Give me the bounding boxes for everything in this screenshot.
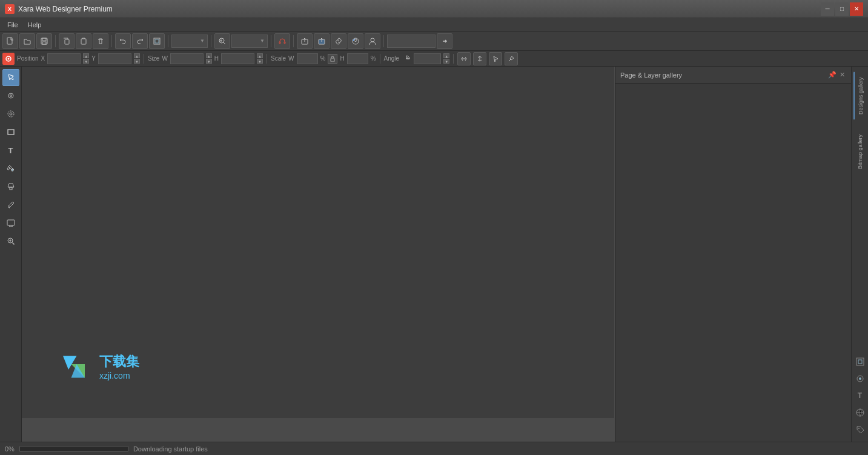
zoom-dropdown[interactable]: ▼	[231, 35, 268, 48]
gallery-pin-btn[interactable]: 📌	[828, 71, 837, 79]
svg-point-14	[371, 38, 374, 42]
close-button[interactable]: ✕	[850, 2, 863, 16]
publish1-btn[interactable]	[297, 33, 313, 49]
x-stepper[interactable]: ▲ ▼	[83, 53, 89, 64]
pin-btn[interactable]	[505, 52, 518, 65]
new-btn[interactable]	[2, 33, 18, 49]
publish2-btn[interactable]	[314, 33, 330, 49]
open-btn[interactable]	[19, 33, 35, 49]
undo-btn[interactable]	[115, 33, 131, 49]
maximize-button[interactable]: □	[835, 2, 849, 16]
copy-btn[interactable]	[59, 33, 75, 49]
gallery-close-btn[interactable]: ✕	[838, 71, 846, 79]
text-tool[interactable]: T	[2, 142, 19, 159]
glass-tool[interactable]	[2, 178, 19, 195]
angle-input[interactable]	[414, 53, 441, 64]
svg-rect-24	[7, 220, 15, 225]
property-bar: Position X ▲ ▼ Y ▲ ▼ Size W ▲ ▼ H ▲ ▼ Sc…	[0, 51, 868, 67]
gallery-body	[615, 84, 851, 442]
right-icon-panel: Designs gallery Bitmap gallery T	[851, 67, 868, 442]
y-input[interactable]	[98, 53, 131, 64]
menu-help[interactable]: Help	[23, 20, 47, 30]
transform-btn[interactable]	[149, 33, 165, 49]
forward-btn[interactable]	[437, 33, 452, 49]
scale-w-input[interactable]	[297, 53, 318, 64]
search-input-area[interactable]	[387, 35, 436, 48]
text-right-icon[interactable]: T	[853, 388, 867, 403]
w-input[interactable]	[170, 53, 204, 64]
fill-right-icon[interactable]	[853, 371, 867, 386]
left-toolbox: T	[0, 67, 22, 442]
globe-right-icon[interactable]	[853, 405, 867, 420]
gallery-title: Page & Layer gallery	[620, 71, 682, 79]
svg-point-34	[858, 428, 860, 429]
camera-tool[interactable]	[2, 87, 19, 104]
selector-tool[interactable]	[2, 69, 19, 86]
flip-v-btn[interactable]	[457, 52, 471, 65]
h-input[interactable]	[221, 53, 254, 64]
toolbar-sep-2	[111, 35, 112, 47]
watermark-domain: xzji.com	[99, 371, 139, 380]
canvas-area[interactable]: 下载集 xzji.com	[22, 67, 615, 442]
pencil-tool[interactable]	[2, 196, 19, 213]
scale-h-input[interactable]	[347, 53, 368, 64]
delete-btn[interactable]	[93, 33, 108, 49]
paste-btn[interactable]	[76, 33, 91, 49]
style-dropdown[interactable]: ▼	[171, 35, 208, 48]
rectangle-tool[interactable]	[2, 124, 19, 141]
save-btn[interactable]	[36, 33, 52, 49]
status-text: Downloading startup files	[133, 445, 208, 453]
contour-tool[interactable]	[2, 105, 19, 122]
svg-point-32	[859, 377, 861, 380]
svg-rect-0	[7, 38, 12, 44]
x-input[interactable]	[47, 53, 81, 64]
fill-tool[interactable]	[2, 160, 19, 177]
svg-point-19	[10, 95, 12, 97]
w-stepper[interactable]: ▲ ▼	[206, 53, 212, 64]
svg-rect-7	[155, 39, 159, 43]
y-label: Y	[91, 55, 96, 62]
gallery-header-buttons: 📌 ✕	[828, 71, 846, 79]
user-btn[interactable]	[365, 33, 380, 49]
lock-aspect-btn[interactable]	[328, 54, 337, 64]
position-icon	[2, 53, 15, 65]
zoom-fit-btn[interactable]	[214, 33, 230, 49]
svg-rect-2	[42, 38, 46, 41]
y-stepper[interactable]: ▲ ▼	[134, 53, 140, 64]
flip-h-btn[interactable]	[473, 52, 486, 65]
progress-bar-container	[19, 446, 128, 452]
redo-btn[interactable]	[132, 33, 148, 49]
preview-btn[interactable]	[348, 33, 363, 49]
minimize-button[interactable]: ─	[821, 2, 834, 16]
scale-label: Scale	[271, 55, 286, 62]
transform-right-icon[interactable]	[853, 354, 867, 369]
menu-bar: File Help	[0, 18, 868, 32]
angle-label: Angle	[384, 55, 400, 62]
headphone-btn[interactable]	[274, 33, 290, 49]
svg-point-16	[8, 58, 10, 59]
app-title: Xara Web Designer Premium	[18, 5, 821, 13]
gallery-header: Page & Layer gallery 📌 ✕	[615, 67, 851, 84]
pointer-btn[interactable]	[489, 52, 502, 65]
designs-gallery-tab[interactable]: Designs gallery	[853, 71, 867, 120]
bitmap-gallery-tab[interactable]: Bitmap gallery	[853, 127, 867, 176]
main-area: T	[0, 67, 868, 442]
svg-rect-22	[8, 130, 14, 135]
scale-percent-w: %	[320, 55, 326, 62]
toolbar-sep-5	[271, 35, 271, 47]
svg-point-20	[8, 111, 14, 117]
angle-stepper[interactable]: ▲ ▼	[443, 53, 449, 64]
h-label: H	[214, 55, 219, 62]
h-stepper[interactable]: ▲ ▼	[257, 53, 263, 64]
zoom-level: 0%	[5, 445, 15, 453]
title-bar: X Xara Web Designer Premium ─ □ ✕	[0, 0, 868, 18]
app-icon: X	[5, 4, 15, 14]
screen-tool[interactable]	[2, 214, 19, 231]
tag-right-icon[interactable]	[853, 422, 867, 437]
menu-file[interactable]: File	[2, 20, 23, 30]
link-btn[interactable]	[331, 33, 346, 49]
prop-sep-1	[144, 54, 144, 64]
canvas[interactable]: 下载集 xzji.com	[22, 67, 614, 418]
toolbar-sep-1	[55, 35, 56, 47]
zoom-tool[interactable]	[2, 233, 19, 250]
